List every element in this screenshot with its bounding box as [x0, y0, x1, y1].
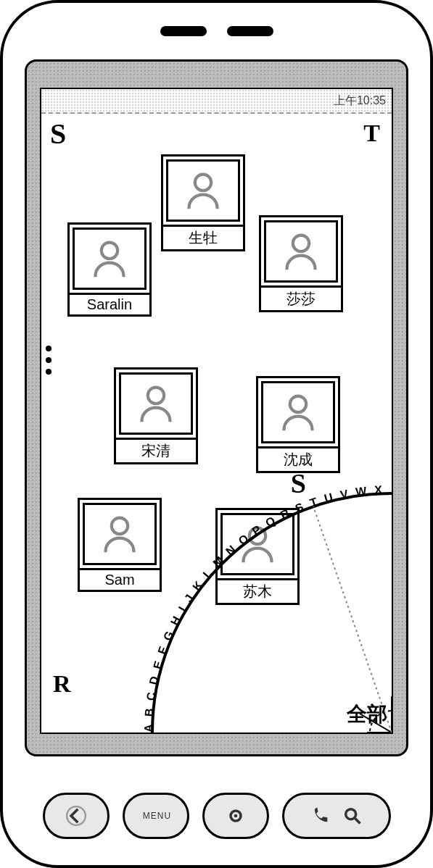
earpiece-slot [160, 26, 207, 36]
svg-point-10 [290, 396, 306, 412]
home-button[interactable] [202, 793, 269, 839]
dot [46, 346, 51, 351]
svg-point-8 [293, 235, 309, 251]
contact-card[interactable]: Saralin [67, 222, 152, 317]
svg-text:A B C D E F G H I J K L M N O : A B C D E F G H I J K L M N O P Q R S T … [125, 462, 389, 733]
screen: 上午10:35 S T R 生牡 [40, 88, 393, 734]
avatar-frame [114, 367, 198, 440]
avatar-icon [264, 220, 338, 283]
svg-point-6 [195, 175, 211, 191]
contact-card[interactable]: 宋清 [114, 367, 198, 464]
menu-label: MENU [143, 811, 171, 821]
page-indicator [46, 346, 51, 375]
avatar-icon [73, 228, 147, 290]
contact-name: 宋清 [114, 440, 198, 464]
avatar-frame [259, 215, 343, 288]
svg-line-17 [313, 506, 392, 733]
avatar-frame [256, 376, 340, 448]
contact-card[interactable]: 生牡 [161, 154, 245, 251]
avatar-icon [119, 372, 193, 435]
earpiece-slot [227, 26, 273, 36]
contact-card[interactable]: 莎莎 [259, 215, 343, 312]
avatar-frame [67, 222, 152, 295]
dot [46, 357, 51, 363]
alphabet-arc-index[interactable]: A B C D E F G H I J K L M N O P Q R S T … [131, 472, 392, 733]
contact-name: Saralin [67, 295, 152, 317]
svg-point-21 [234, 814, 237, 818]
avatar-icon [166, 159, 240, 222]
hardware-buttons: MENU [3, 793, 430, 839]
arc-center-label[interactable]: 全部 [347, 701, 387, 728]
menu-button[interactable]: MENU [123, 793, 189, 839]
section-letter-next: T [363, 120, 380, 147]
arc-selected-letter: S [291, 467, 306, 499]
contacts-screen: S T R 生牡 [41, 114, 392, 733]
contact-card[interactable]: 沈成 [256, 376, 340, 473]
svg-point-11 [112, 518, 128, 534]
avatar-icon [261, 381, 335, 443]
screen-bezel: 上午10:35 S T R 生牡 [25, 59, 408, 756]
earpiece [3, 26, 430, 36]
section-letter-prev: R [53, 670, 71, 698]
call-search-button[interactable] [282, 793, 391, 839]
back-button[interactable] [43, 793, 110, 839]
avatar-frame [161, 154, 245, 227]
section-letter-current: S [50, 117, 66, 151]
contact-name: 莎莎 [259, 288, 343, 312]
dot [46, 369, 51, 375]
svg-point-9 [148, 388, 164, 404]
svg-point-7 [102, 243, 117, 259]
status-time: 上午10:35 [334, 93, 386, 109]
svg-line-23 [355, 819, 360, 824]
status-bar: 上午10:35 [41, 89, 392, 114]
svg-point-22 [345, 809, 355, 819]
phone-body: 上午10:35 S T R 生牡 [0, 0, 433, 868]
contact-name: 生牡 [161, 227, 245, 251]
